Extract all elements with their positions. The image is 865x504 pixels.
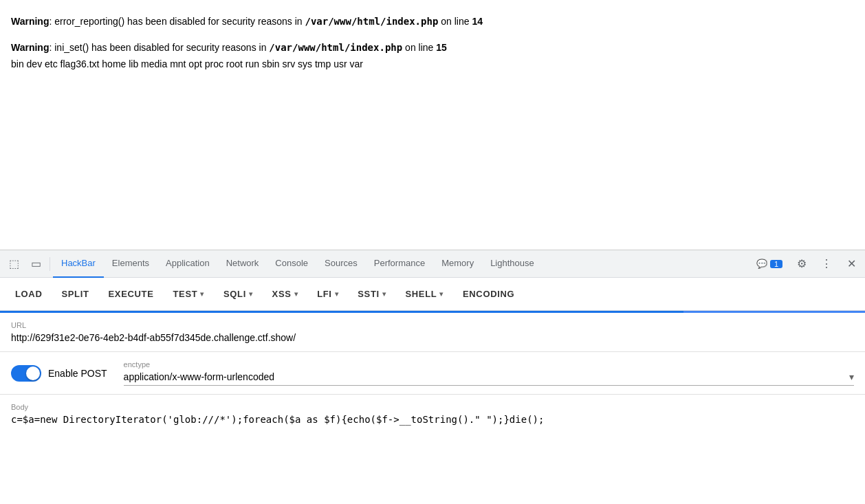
hackbar-test-button[interactable]: TEST ▾ <box>163 282 213 307</box>
hackbar-ssti-label: SSTI <box>358 289 380 299</box>
enctype-dropdown-arrow: ▾ <box>849 371 854 382</box>
devtools-device-icon[interactable]: ▭ <box>25 253 47 275</box>
toggle-knob <box>26 366 40 380</box>
test-dropdown-arrow: ▾ <box>200 290 204 298</box>
browser-content: Warning: error_reporting() has been disa… <box>0 0 865 250</box>
hackbar-lfi-label: LFI <box>317 289 331 299</box>
console-badge-button[interactable]: 💬 1 <box>751 256 788 272</box>
warning-2-filepath: /var/www/html/index.php <box>269 42 402 53</box>
hackbar-execute-button[interactable]: EXECUTE <box>99 282 164 307</box>
tab-elements[interactable]: Elements <box>104 250 157 278</box>
warning-1-linenum: 14 <box>472 16 483 27</box>
settings-icon[interactable]: ⚙ <box>791 253 813 275</box>
enctype-select-wrapper[interactable]: application/x-www-form-urlencoded ▾ <box>124 371 854 386</box>
shell-dropdown-arrow: ▾ <box>439 290 444 298</box>
tab-separator-1 <box>50 257 50 271</box>
tab-memory[interactable]: Memory <box>433 250 482 278</box>
warning-1-label: Warning <box>11 16 49 27</box>
warning-2-message: : ini_set() has been disabled for securi… <box>49 42 269 53</box>
tab-performance[interactable]: Performance <box>366 250 433 278</box>
tab-application[interactable]: Application <box>157 250 218 278</box>
enable-post-group: Enable POST <box>11 365 107 382</box>
enable-post-toggle[interactable] <box>11 365 41 382</box>
hackbar-encoding-button[interactable]: ENCODING <box>453 282 524 307</box>
body-value[interactable]: c=$a=new DirectoryIterator('glob:///*');… <box>11 414 854 425</box>
warning-2: Warning: ini_set() has been disabled for… <box>11 40 854 55</box>
hackbar-test-label: TEST <box>173 289 197 299</box>
warning-1-message: : error_reporting() has been disabled fo… <box>49 16 305 27</box>
tab-lighthouse[interactable]: Lighthouse <box>482 250 543 278</box>
tab-hackbar[interactable]: HackBar <box>53 250 104 278</box>
enctype-label: enctype <box>124 360 854 369</box>
hackbar-sqli-button[interactable]: SQLI ▾ <box>214 282 263 307</box>
xss-dropdown-arrow: ▾ <box>294 290 298 298</box>
sqli-dropdown-arrow: ▾ <box>249 290 253 298</box>
hackbar-progress-bar <box>0 311 683 313</box>
hackbar-content: URL http://629f31e2-0e76-4eb2-b4df-ab55f… <box>0 313 865 504</box>
ssti-dropdown-arrow: ▾ <box>382 290 386 298</box>
lfi-dropdown-arrow: ▾ <box>335 290 339 298</box>
warning-1-filepath: /var/www/html/index.php <box>305 16 438 27</box>
body-label: Body <box>11 403 854 411</box>
url-section: URL http://629f31e2-0e76-4eb2-b4df-ab55f… <box>0 313 865 352</box>
warning-1: Warning: error_reporting() has been disa… <box>11 14 854 29</box>
post-enctype-section: Enable POST enctype application/x-www-fo… <box>0 352 865 395</box>
devtools-topbar: ⬚ ▭ HackBar Elements Application Network… <box>0 250 865 278</box>
devtools-inspect-icon[interactable]: ⬚ <box>3 253 25 275</box>
enctype-value: application/x-www-form-urlencoded <box>124 371 849 382</box>
devtools-right-actions: 💬 1 ⚙ ⋮ ✕ <box>751 253 862 275</box>
warning-1-online: on line <box>438 16 472 27</box>
more-options-icon[interactable]: ⋮ <box>815 253 837 275</box>
hackbar-shell-label: SHELL <box>405 289 437 299</box>
url-value[interactable]: http://629f31e2-0e76-4eb2-b4df-ab55f7d34… <box>11 332 854 343</box>
hackbar-ssti-button[interactable]: SSTI ▾ <box>348 282 395 307</box>
console-icon: 💬 <box>756 259 767 269</box>
enctype-group: enctype application/x-www-form-urlencode… <box>124 360 854 386</box>
tab-network[interactable]: Network <box>218 250 267 278</box>
directory-listing: bin dev etc flag36.txt home lib media mn… <box>11 58 854 69</box>
warning-2-label: Warning <box>11 42 49 53</box>
tab-sources[interactable]: Sources <box>316 250 366 278</box>
tab-console[interactable]: Console <box>267 250 316 278</box>
hackbar-shell-button[interactable]: SHELL ▾ <box>395 282 453 307</box>
devtools-panel: ⬚ ▭ HackBar Elements Application Network… <box>0 250 865 504</box>
hackbar-load-button[interactable]: LOAD <box>6 282 52 307</box>
badge-count: 1 <box>770 260 782 268</box>
hackbar-toolbar: LOAD SPLIT EXECUTE TEST ▾ SQLI ▾ XSS ▾ L… <box>0 278 865 311</box>
hackbar-sqli-label: SQLI <box>223 289 246 299</box>
enable-post-label: Enable POST <box>48 368 107 379</box>
close-devtools-icon[interactable]: ✕ <box>840 253 862 275</box>
warning-2-linenum: 15 <box>436 42 447 53</box>
warning-2-online: on line <box>402 42 436 53</box>
body-section: Body c=$a=new DirectoryIterator('glob://… <box>0 395 865 433</box>
hackbar-lfi-button[interactable]: LFI ▾ <box>307 282 348 307</box>
hackbar-xss-label: XSS <box>272 289 292 299</box>
hackbar-xss-button[interactable]: XSS ▾ <box>263 282 308 307</box>
hackbar-split-button[interactable]: SPLIT <box>52 282 98 307</box>
url-label: URL <box>11 321 854 329</box>
hackbar-progress <box>0 311 865 313</box>
